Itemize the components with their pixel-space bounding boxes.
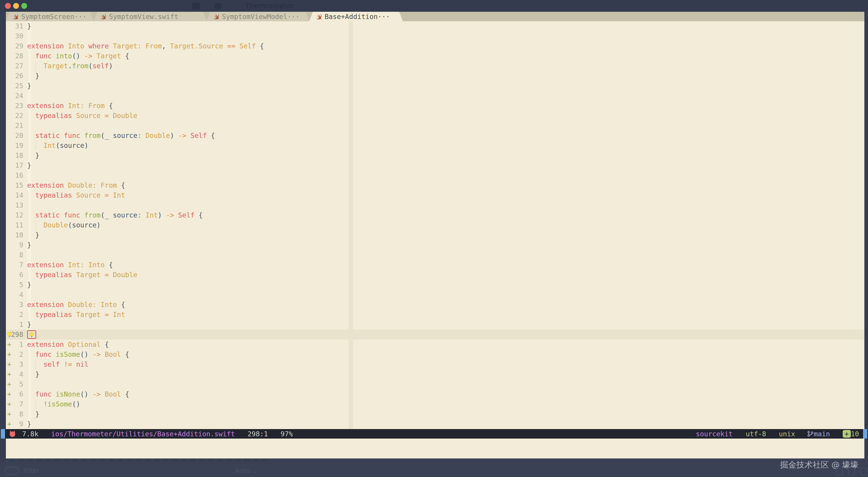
line-number: 5 — [6, 379, 23, 389]
code-line[interactable]: 26 } — [6, 71, 864, 81]
line-number: 21 — [6, 121, 23, 131]
line-number: 6 — [6, 389, 23, 399]
code-line[interactable]: 23extension Int: From { — [6, 101, 864, 111]
code-line[interactable]: 15extension Double: From { — [6, 180, 864, 190]
code-line[interactable]: 12 static func from(_ source: Int) -> Se… — [6, 210, 864, 220]
code-line[interactable]: 7extension Int: Into { — [6, 260, 864, 270]
line-number: 24 — [6, 91, 23, 101]
swift-file-icon — [213, 13, 220, 20]
line-number: 4 — [6, 369, 23, 379]
code-text: static func from(_ source: Double) -> Se… — [27, 131, 215, 141]
line-number: 27 — [6, 61, 23, 71]
code-line[interactable]: 3extension Double: Into { — [6, 300, 864, 310]
code-line[interactable]: 30 — [6, 31, 864, 41]
code-line[interactable]: 27 Target.from(self) — [6, 61, 864, 71]
code-line[interactable]: 21 — [6, 121, 864, 131]
code-line[interactable]: 1} — [6, 320, 864, 330]
code-line[interactable]: 29extension Into where Target: From, Tar… — [6, 41, 864, 51]
code-line[interactable]: +7 !isSome() — [6, 399, 864, 409]
line-number: 9 — [6, 240, 23, 250]
status-filepath: ios/Thermometer/Utilities/Base+Addition.… — [51, 430, 235, 438]
swift-file-icon — [12, 13, 19, 20]
code-line[interactable]: 28 func into() -> Target { — [6, 51, 864, 61]
code-line[interactable]: 6 typealias Target = Double — [6, 270, 864, 280]
code-text: } — [27, 369, 39, 379]
code-line[interactable]: +6 func isNone() -> Bool { — [6, 389, 864, 399]
line-number: 15 — [6, 180, 23, 190]
editor-tab-4[interactable]: Base+Addition··· — [309, 12, 403, 21]
code-text: func isSome() -> Bool { — [27, 350, 129, 359]
editor-tab-1[interactable]: SymptomScreen··· — [6, 12, 94, 21]
line-number: 16 — [6, 171, 23, 180]
code-line[interactable]: +2 func isSome() -> Bool { — [6, 350, 864, 359]
code-line[interactable]: +5 — [6, 379, 864, 389]
line-number: 12 — [6, 210, 23, 220]
line-number: 10 — [6, 230, 23, 240]
line-number: 29 — [6, 41, 23, 51]
tab-label: SymptomScreen··· — [21, 13, 87, 21]
cursor[interactable] — [27, 330, 36, 339]
window-titlebar: Thermometer — [0, 0, 868, 12]
ghost-panel-icon — [848, 468, 855, 475]
status-cursor-position: 298:1 — [248, 430, 268, 438]
indent-guide — [27, 201, 28, 210]
traffic-light-minimize-button[interactable] — [13, 3, 19, 9]
code-text: typealias Target = Double — [27, 270, 137, 280]
swift-file-icon — [315, 13, 322, 20]
code-line[interactable]: 17} — [6, 160, 864, 171]
traffic-light-zoom-button[interactable] — [21, 3, 27, 9]
line-number: 23 — [6, 101, 23, 111]
code-line[interactable]: 24 — [6, 91, 864, 101]
code-line[interactable]: 13 — [6, 200, 864, 210]
code-line[interactable]: +9} — [6, 419, 864, 429]
line-number: 7 — [6, 260, 23, 270]
code-line[interactable]: 10 } — [6, 230, 864, 240]
code-line[interactable]: 2 typealias Target = Int — [6, 310, 864, 320]
code-line[interactable]: 31} — [6, 21, 864, 31]
code-line[interactable]: 14 typealias Source = Int — [6, 190, 864, 200]
code-line[interactable]: +4 } — [6, 369, 864, 379]
status-fileformat: unix — [779, 430, 795, 438]
code-line[interactable]: 11 Double(source) — [6, 220, 864, 230]
code-text: typealias Target = Int — [27, 310, 125, 320]
code-line[interactable]: 4 — [6, 290, 864, 300]
code-line[interactable]: +3 self != nil — [6, 359, 864, 369]
code-line[interactable]: 20 static func from(_ source: Double) ->… — [6, 131, 864, 141]
line-number: 20 — [6, 131, 23, 141]
code-line[interactable]: 8 — [6, 250, 864, 260]
code-line[interactable]: +1extension Optional { — [6, 339, 864, 350]
screen: Thermometer SymptomScreen···SymptomView.… — [0, 0, 868, 477]
line-number: 18 — [6, 151, 23, 160]
code-line-current[interactable]: 298 — [6, 330, 864, 339]
traffic-light-close-button[interactable] — [5, 3, 11, 9]
line-number: 17 — [6, 160, 23, 171]
line-number: 6 — [6, 270, 23, 280]
code-line[interactable]: 25} — [6, 81, 864, 91]
code-line[interactable]: +8 } — [6, 409, 864, 419]
code-text: extension Double: Into { — [27, 300, 125, 310]
line-number: 13 — [6, 200, 23, 210]
code-line[interactable]: 18 } — [6, 151, 864, 160]
code-line[interactable]: 16 — [6, 171, 864, 180]
status-scroll-percent: 97% — [281, 430, 293, 438]
line-number: 5 — [6, 280, 23, 290]
code-text: } — [27, 230, 39, 240]
code-text: !isSome() — [27, 399, 80, 409]
tab-label: SymptomView.swift — [109, 13, 178, 21]
code-text: static func from(_ source: Int) -> Self … — [27, 210, 203, 220]
editor-tab-2[interactable]: SymptomView.swift — [94, 12, 207, 21]
code-text: typealias Source = Double — [27, 111, 137, 121]
line-number: 30 — [6, 31, 23, 41]
editor-tab-3[interactable]: SymptomViewModel··· — [207, 12, 309, 21]
diff-added-plus-badge: + — [843, 430, 851, 438]
code-text: } — [27, 320, 31, 330]
line-number: 2 — [6, 310, 23, 320]
code-text: func into() -> Target { — [27, 51, 129, 61]
code-line[interactable]: 19 Int(source) — [6, 141, 864, 151]
titlebar-ghost-icon — [214, 3, 221, 9]
code-text: } — [27, 240, 31, 250]
code-text: } — [27, 409, 39, 419]
code-line[interactable]: 9} — [6, 240, 864, 250]
code-line[interactable]: 5} — [6, 280, 864, 290]
code-line[interactable]: 22 typealias Source = Double — [6, 111, 864, 121]
